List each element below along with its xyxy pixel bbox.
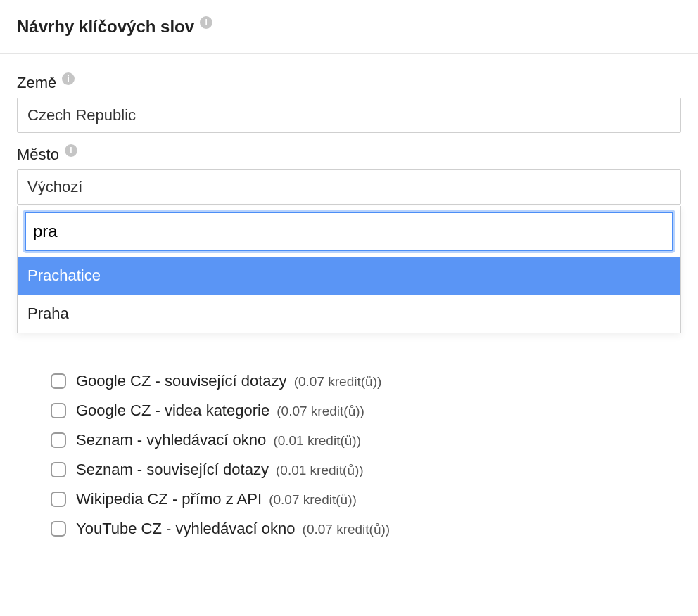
source-label: Seznam - vyhledávací okno (0.01 kredit(ů… (76, 431, 361, 449)
source-row: Google CZ - videa kategorie (0.07 kredit… (51, 396, 681, 425)
source-label: Google CZ - související dotazy (0.07 kre… (76, 372, 381, 390)
source-checkbox[interactable] (51, 492, 66, 507)
page-header: Návrhy klíčových slov i (0, 0, 698, 54)
source-credit: (0.01 kredit(ů)) (273, 433, 361, 448)
source-credit: (0.07 kredit(ů)) (277, 404, 364, 418)
source-checkbox[interactable] (51, 462, 66, 477)
city-options-list: PrachaticePraha (18, 257, 680, 333)
source-row: Google CZ - související dotazy (0.07 kre… (51, 366, 681, 396)
form-area: Země i Czech Republic Město i Výchozí Pr… (0, 54, 698, 205)
source-credit: (0.01 kredit(ů)) (276, 463, 364, 477)
city-dropdown-wrapper: Výchozí PrachaticePraha (17, 169, 681, 205)
city-label-row: Město i (17, 146, 681, 164)
source-checkbox[interactable] (51, 432, 66, 448)
city-select[interactable]: Výchozí (17, 169, 681, 205)
city-field: Město i Výchozí PrachaticePraha (17, 146, 681, 205)
source-label: YouTube CZ - vyhledávací okno (0.07 kred… (76, 520, 390, 538)
source-credit: (0.07 kredit(ů)) (303, 522, 391, 537)
country-label-row: Země i (17, 74, 681, 92)
source-checkbox[interactable] (51, 403, 66, 418)
city-option[interactable]: Praha (18, 295, 680, 333)
info-icon[interactable]: i (200, 16, 212, 29)
country-select[interactable]: Czech Republic (17, 98, 681, 133)
info-icon[interactable]: i (65, 144, 77, 157)
city-option[interactable]: Prachatice (18, 257, 680, 295)
source-label: Google CZ - videa kategorie (0.07 kredit… (76, 402, 364, 420)
source-checkbox[interactable] (51, 521, 66, 537)
city-label: Město (17, 146, 59, 164)
country-label: Země (17, 74, 56, 92)
source-credit: (0.07 kredit(ů)) (269, 492, 357, 507)
source-row: Seznam - související dotazy (0.01 kredit… (51, 455, 681, 485)
country-value: Czech Republic (27, 106, 136, 124)
source-checkbox[interactable] (51, 373, 66, 389)
country-field: Země i Czech Republic (17, 74, 681, 133)
city-value: Výchozí (27, 178, 82, 195)
info-icon[interactable]: i (62, 72, 75, 85)
source-row: Seznam - vyhledávací okno (0.01 kredit(ů… (51, 425, 681, 455)
source-credit: (0.07 kredit(ů)) (294, 374, 382, 389)
source-label: Seznam - související dotazy (0.01 kredit… (76, 461, 364, 479)
source-row: Wikipedia CZ - přímo z API (0.07 kredit(… (51, 485, 681, 514)
source-row: YouTube CZ - vyhledávací okno (0.07 kred… (51, 514, 681, 544)
city-autocomplete-panel: PrachaticePraha (17, 206, 681, 333)
page-title: Návrhy klíčových slov (17, 17, 194, 37)
source-label: Wikipedia CZ - přímo z API (0.07 kredit(… (76, 490, 357, 508)
city-search-input[interactable] (25, 212, 673, 251)
sources-list: Google CZ - související dotazy (0.07 kre… (0, 366, 698, 544)
